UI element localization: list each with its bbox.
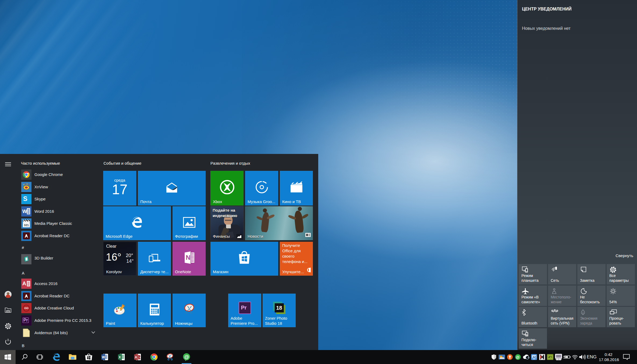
svg-text:X: X [119,355,121,359]
svg-text:A: A [135,355,137,359]
svg-text:@: @ [516,355,520,359]
svg-text:W: W [102,355,105,359]
svg-text:@: @ [184,354,189,360]
svg-text:N: N [186,254,190,261]
